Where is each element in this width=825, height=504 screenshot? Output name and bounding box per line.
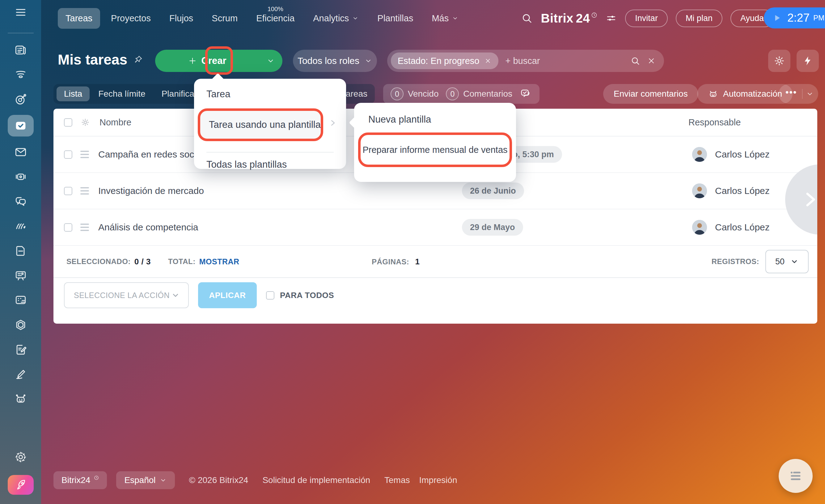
settings-gear-icon[interactable] (14, 450, 27, 464)
messenger-icon[interactable] (14, 194, 27, 208)
nav-tab-plantillas[interactable]: Plantillas (370, 8, 421, 29)
pin-icon[interactable] (133, 54, 143, 65)
task-name[interactable]: Investigación de mercado (98, 186, 204, 196)
bitrix24-tasks-page: Tareas Proyectos Flujos Scrum 100% Efici… (0, 0, 825, 504)
table-row[interactable]: Análisis de competencia 29 de Mayo Carlo… (54, 209, 817, 246)
highlight-ring (205, 46, 233, 75)
copyright: © 2026 Bitrix24 (189, 475, 248, 485)
create-dropdown-arrow[interactable] (259, 57, 282, 65)
comments-counter[interactable]: 0 (446, 87, 459, 100)
sales-funnel-icon[interactable] (14, 68, 27, 82)
robot-icon (707, 88, 719, 99)
overdue-counter[interactable]: 0 (390, 87, 403, 100)
grid-settings-button[interactable] (768, 50, 791, 72)
menu-item-tarea-plantilla[interactable]: Tarea usando una plantilla (198, 108, 323, 141)
drag-handle[interactable] (80, 187, 89, 194)
view-tab-fecha-limite[interactable]: Fecha límite (91, 86, 153, 101)
nav-tab-flujos[interactable]: Flujos (162, 8, 201, 29)
row-checkbox[interactable] (64, 150, 72, 159)
doc-edit-icon[interactable] (14, 343, 27, 356)
nav-tab-eficiencia[interactable]: 100% Eficiencia (248, 8, 302, 29)
row-checkbox[interactable] (64, 223, 72, 232)
action-select[interactable]: SELECCIONE LA ACCIÓN (64, 282, 189, 308)
planner-icon[interactable] (14, 293, 27, 307)
more-actions-button[interactable]: ••• (779, 84, 818, 104)
chat-check-icon[interactable] (520, 88, 532, 100)
chevron-right-icon (328, 118, 338, 128)
plus-icon (188, 56, 197, 66)
close-icon[interactable] (484, 57, 492, 65)
news-feed-icon[interactable] (14, 43, 27, 57)
crm-target-icon[interactable] (14, 93, 27, 106)
column-settings-gear-icon[interactable] (80, 117, 90, 127)
search-icon[interactable] (630, 56, 641, 66)
nav-tab-analytics[interactable]: Analytics (305, 8, 366, 29)
sign-flow-icon[interactable] (14, 219, 27, 233)
market-hexagon-icon[interactable] (14, 318, 27, 332)
column-header-nombre[interactable]: Nombre (99, 117, 131, 128)
mail-icon[interactable] (14, 145, 27, 159)
send-comments-button[interactable]: Enviar comentarios (603, 84, 698, 104)
menu-item-nueva-plantilla[interactable]: Nueva plantilla (368, 114, 431, 125)
chevron-down-icon[interactable] (802, 90, 818, 98)
roles-dropdown[interactable]: Todos los roles (293, 50, 377, 72)
page-title: Mis tareas (58, 51, 143, 68)
task-name[interactable]: Campaña en redes socia (98, 149, 202, 160)
column-header-responsable[interactable]: Responsable (688, 117, 741, 128)
nav-tab-tareas[interactable]: Tareas (58, 8, 100, 29)
apply-button[interactable]: APLICAR (198, 282, 257, 308)
list-icon (788, 468, 804, 484)
nav-tab-scrum[interactable]: Scrum (204, 8, 245, 29)
search-icon[interactable] (521, 12, 533, 24)
drag-handle[interactable] (80, 151, 89, 158)
time-tracker-button[interactable]: 2:27 PM (764, 7, 825, 28)
copilot-robot-icon[interactable] (14, 392, 27, 406)
view-tab-lista[interactable]: Lista (57, 86, 90, 101)
show-total-link[interactable]: MOSTRAR (199, 257, 239, 266)
language-select[interactable]: Español (116, 471, 174, 489)
assignee-cell[interactable]: Carlos López (692, 183, 770, 198)
footer-link-impresion[interactable]: Impresión (419, 475, 457, 485)
menu-item-preparar-informe[interactable]: Preparar informe mensual de ventas (358, 133, 512, 167)
automation-quick-button[interactable] (797, 50, 819, 72)
assignee-cell[interactable]: Carlos López (692, 147, 770, 162)
efficiency-badge: 100% (268, 6, 283, 13)
invite-button[interactable]: Invitar (625, 10, 668, 27)
menu-divider (206, 152, 334, 153)
footer-logo[interactable]: Bitrix24 (54, 471, 107, 489)
select-all-checkbox[interactable] (64, 118, 72, 127)
records-per-page-select[interactable]: 50 (765, 250, 809, 273)
document-icon[interactable] (14, 244, 27, 258)
search-input[interactable]: Estado: En progreso + buscar (387, 50, 664, 72)
menu-icon[interactable] (14, 6, 27, 19)
sidebar-divider (8, 33, 34, 33)
page-header: Mis tareas Crear Todos los roles Estado:… (54, 47, 825, 75)
clock-time: 2:27 (787, 11, 810, 24)
assignee-cell[interactable]: Carlos López (692, 220, 770, 235)
nav-tab-mas[interactable]: Más (424, 8, 466, 29)
chevron-down-icon (159, 477, 167, 484)
for-all-label: PARA TODOS (280, 290, 334, 300)
for-all-checkbox[interactable] (266, 291, 274, 300)
video-calls-icon[interactable] (14, 170, 27, 183)
quick-list-fab-button[interactable] (779, 459, 813, 493)
footer-link-implementacion[interactable]: Solicitud de implementación (262, 475, 370, 485)
footer-link-temas[interactable]: Temas (384, 475, 410, 485)
e-sign-pen-icon[interactable] (14, 367, 27, 381)
whiteboard-icon[interactable] (14, 269, 27, 282)
nav-tab-proyectos[interactable]: Proyectos (103, 8, 158, 29)
filter-chip-status[interactable]: Estado: En progreso (391, 53, 499, 69)
task-name[interactable]: Análisis de competencia (98, 222, 198, 233)
tasks-icon[interactable] (8, 115, 34, 137)
my-plan-button[interactable]: Mi plan (676, 10, 723, 27)
drag-handle[interactable] (80, 224, 89, 231)
close-icon[interactable] (647, 56, 656, 66)
chevron-down-icon (364, 57, 372, 65)
menu-item-tarea[interactable]: Tarea (206, 89, 230, 100)
menu-item-todas-plantillas[interactable]: Todas las plantillas (206, 159, 287, 170)
row-checkbox[interactable] (64, 187, 72, 195)
chevron-down-icon (790, 257, 799, 266)
pages-value: 1 (415, 257, 420, 266)
sliders-icon[interactable] (605, 12, 617, 24)
rocket-icon[interactable] (8, 475, 34, 495)
